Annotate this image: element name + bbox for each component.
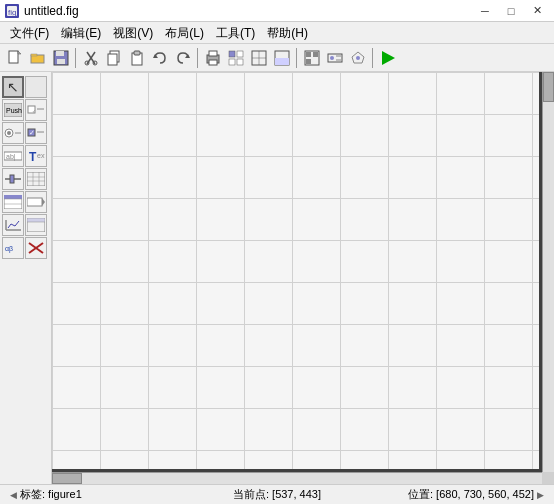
svg-text:✓: ✓ bbox=[32, 108, 36, 114]
paste-button[interactable] bbox=[126, 47, 148, 69]
text-tool[interactable]: Text bbox=[25, 145, 47, 167]
svg-text:T: T bbox=[29, 150, 37, 163]
toolbox-row-6 bbox=[2, 214, 49, 236]
view-btn2[interactable] bbox=[324, 47, 346, 69]
svg-rect-69 bbox=[27, 198, 42, 206]
radio-tool[interactable] bbox=[2, 122, 24, 144]
checkbox-tool[interactable]: ✓ bbox=[25, 99, 47, 121]
slider-tool[interactable] bbox=[2, 168, 24, 190]
svg-rect-60 bbox=[27, 172, 45, 186]
app-icon: fig bbox=[4, 3, 20, 19]
print-button[interactable] bbox=[202, 47, 224, 69]
minimize-button[interactable]: ─ bbox=[472, 1, 498, 21]
toolbar bbox=[0, 44, 554, 72]
svg-rect-24 bbox=[229, 59, 235, 65]
svg-rect-74 bbox=[27, 218, 45, 222]
scroll-left-button[interactable]: ◀ bbox=[6, 485, 20, 505]
svg-marker-4 bbox=[18, 51, 21, 54]
svg-rect-17 bbox=[134, 51, 140, 55]
sep3 bbox=[296, 48, 298, 68]
svg-rect-35 bbox=[306, 59, 311, 64]
fig-btn2[interactable] bbox=[248, 47, 270, 69]
svg-rect-33 bbox=[306, 52, 311, 57]
popup-tool[interactable] bbox=[25, 191, 47, 213]
scrollbar-horizontal[interactable] bbox=[52, 472, 542, 484]
table-tool[interactable] bbox=[25, 168, 47, 190]
sep4 bbox=[372, 48, 374, 68]
menu-file[interactable]: 文件(F) bbox=[4, 22, 55, 44]
menu-view[interactable]: 视图(V) bbox=[107, 22, 159, 44]
canvas-inner[interactable] bbox=[52, 72, 542, 472]
svg-rect-8 bbox=[56, 51, 64, 56]
window-title: untitled.fig bbox=[24, 4, 472, 18]
svg-marker-42 bbox=[382, 51, 395, 65]
listbox-tool[interactable] bbox=[2, 191, 24, 213]
svg-rect-15 bbox=[108, 54, 117, 65]
toolbox-row-3: ab| Text bbox=[2, 145, 49, 167]
menu-edit[interactable]: 编辑(E) bbox=[55, 22, 107, 44]
toolbox-row-2: ✓ bbox=[2, 122, 49, 144]
view-btn1[interactable] bbox=[301, 47, 323, 69]
svg-point-37 bbox=[330, 56, 334, 60]
close-button[interactable]: ✕ bbox=[524, 1, 550, 21]
activex-tool[interactable] bbox=[25, 237, 47, 259]
maximize-button[interactable]: □ bbox=[498, 1, 524, 21]
undo-button[interactable] bbox=[149, 47, 171, 69]
svg-rect-25 bbox=[237, 51, 243, 57]
push-button-tool[interactable]: Push bbox=[2, 99, 24, 121]
svg-point-41 bbox=[356, 56, 360, 60]
menu-layout[interactable]: 布局(L) bbox=[159, 22, 210, 44]
menu-bar: 文件(F) 编辑(E) 视图(V) 布局(L) 工具(T) 帮助(H) bbox=[0, 22, 554, 44]
menu-tools[interactable]: 工具(T) bbox=[210, 22, 261, 44]
placeholder-tool[interactable] bbox=[25, 76, 47, 98]
svg-text:αβ: αβ bbox=[5, 245, 13, 253]
open-button[interactable] bbox=[27, 47, 49, 69]
svg-rect-23 bbox=[229, 51, 235, 57]
axes-tool[interactable] bbox=[2, 214, 24, 236]
svg-rect-59 bbox=[10, 175, 14, 183]
toolbox-row-5 bbox=[2, 191, 49, 213]
menu-help[interactable]: 帮助(H) bbox=[261, 22, 314, 44]
sep1 bbox=[75, 48, 77, 68]
title-bar: fig untitled.fig ─ □ ✕ bbox=[0, 0, 554, 22]
scrollbar-corner bbox=[542, 472, 554, 484]
view-btn3[interactable] bbox=[347, 47, 369, 69]
save-button[interactable] bbox=[50, 47, 72, 69]
svg-rect-22 bbox=[209, 60, 217, 65]
canvas-container bbox=[52, 72, 554, 484]
svg-rect-34 bbox=[313, 52, 318, 57]
run-button[interactable] bbox=[377, 47, 399, 69]
select-tool[interactable]: ↖ bbox=[2, 76, 24, 98]
panel-tool[interactable] bbox=[25, 214, 47, 236]
status-current-point: 当前点: [537, 443] bbox=[191, 487, 362, 502]
svg-text:Push: Push bbox=[6, 107, 22, 114]
canvas-grid bbox=[52, 72, 542, 472]
status-bar: ◀ 标签: figure1 当前点: [537, 443] 位置: [680, … bbox=[0, 484, 554, 504]
fig-btn3[interactable] bbox=[271, 47, 293, 69]
svg-rect-21 bbox=[209, 51, 217, 56]
svg-rect-66 bbox=[4, 195, 22, 199]
scrollbar-vertical[interactable] bbox=[542, 72, 554, 472]
main-area: ↖ Push ✓ ✓ ab| Text bbox=[0, 72, 554, 484]
svg-marker-70 bbox=[42, 198, 45, 206]
scrollbar-h-thumb[interactable] bbox=[52, 473, 82, 484]
copy-button[interactable] bbox=[103, 47, 125, 69]
svg-point-49 bbox=[7, 131, 11, 135]
new-button[interactable] bbox=[4, 47, 26, 69]
scrollbar-v-thumb[interactable] bbox=[543, 72, 554, 102]
uipanel-tool[interactable]: αβ bbox=[2, 237, 24, 259]
toggle-tool[interactable]: ✓ bbox=[25, 122, 47, 144]
sep2 bbox=[197, 48, 199, 68]
edit-tool[interactable]: ab| bbox=[2, 145, 24, 167]
cut-button[interactable] bbox=[80, 47, 102, 69]
redo-button[interactable] bbox=[172, 47, 194, 69]
svg-rect-9 bbox=[57, 59, 65, 64]
status-position: 位置: [680, 730, 560, 452] bbox=[363, 487, 534, 502]
status-figure-label: 标签: figure1 bbox=[20, 487, 191, 502]
svg-rect-31 bbox=[275, 58, 289, 65]
svg-text:✓: ✓ bbox=[29, 129, 35, 136]
svg-rect-6 bbox=[31, 54, 37, 56]
fig-btn1[interactable] bbox=[225, 47, 247, 69]
scroll-right-button[interactable]: ▶ bbox=[534, 485, 548, 505]
toolbox: ↖ Push ✓ ✓ ab| Text bbox=[0, 72, 52, 484]
